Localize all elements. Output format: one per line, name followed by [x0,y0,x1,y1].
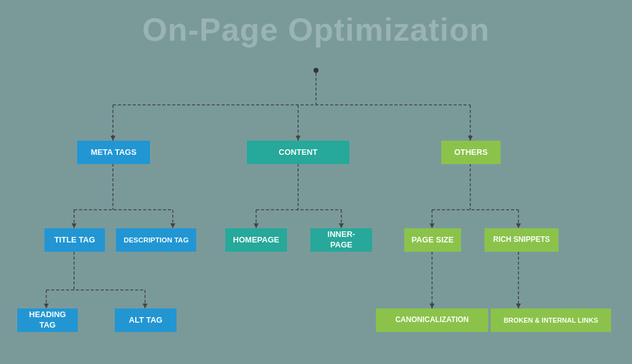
svg-marker-33 [143,304,148,308]
svg-marker-27 [170,223,175,228]
svg-marker-24 [296,136,301,141]
broken-internal-links-box: BROKEN & INTERNAL LINKS [491,308,611,332]
page-size-box: PAGE SIZE [404,228,461,252]
others-box: OTHERS [441,141,501,164]
description-tag-box: DESCRIPTION TAG [116,228,196,252]
rich-snippets-box: RICH SNIPPETS [484,228,559,252]
svg-marker-32 [44,304,49,308]
svg-marker-25 [468,136,473,141]
svg-marker-23 [110,136,115,141]
content-box: CONTENT [247,141,349,164]
chart-area: META TAGS CONTENT OTHERS TITLE TAG DESCR… [0,68,632,364]
page-title: On-Page Optimization [0,11,632,48]
canonicalization-box: CANONICALIZATION [376,308,488,332]
svg-marker-30 [430,223,434,228]
alt-tag-box: ALT TAG [115,308,177,332]
heading-tag-box: HEADING TAG [17,308,78,332]
svg-marker-29 [339,223,344,228]
svg-marker-28 [254,223,259,228]
svg-marker-35 [516,304,521,308]
homepage-box: HOMEPAGE [225,228,287,252]
inner-page-box: INNER-PAGE [310,228,372,252]
root-node [314,68,318,73]
svg-marker-31 [516,223,521,228]
title-tag-box: TITLE TAG [44,228,105,252]
svg-marker-34 [430,304,434,308]
meta-tags-box: META TAGS [77,141,150,164]
svg-marker-26 [72,223,77,228]
